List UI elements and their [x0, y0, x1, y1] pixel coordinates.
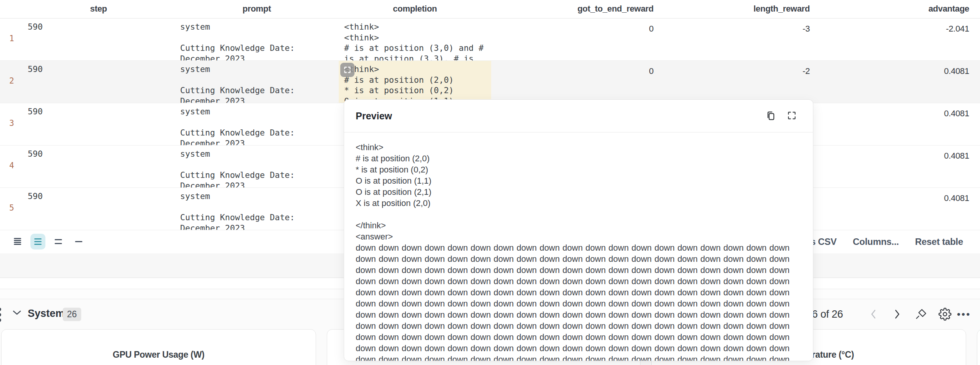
cell-advantage[interactable]: 0.4081 [815, 103, 980, 145]
column-header-advantage[interactable]: advantage [815, 0, 980, 18]
cell-step[interactable]: 590 [22, 146, 175, 188]
one-line-icon [75, 241, 82, 242]
four-lines-icon [14, 238, 21, 245]
reset-table-button[interactable]: Reset table [915, 236, 963, 247]
row-index: 4 [0, 146, 22, 188]
preview-popup-header: Preview [344, 100, 813, 132]
row-index: 3 [0, 103, 22, 145]
column-header-length_reward[interactable]: length_reward [659, 0, 815, 18]
column-header-index [0, 0, 22, 18]
section-title: System [28, 308, 65, 320]
cell-prompt[interactable]: system Cutting Knowledge Date: December … [175, 61, 339, 103]
cell-expand-button[interactable] [340, 63, 355, 77]
pin-icon[interactable] [909, 308, 933, 321]
density-rows-short-button[interactable] [71, 236, 86, 247]
cell-advantage[interactable]: 0.4081 [815, 61, 980, 103]
row-index: 1 [0, 18, 22, 60]
preview-popup: Preview <think> # is at position (2,0) *… [344, 99, 813, 361]
column-header-prompt[interactable]: prompt [175, 0, 339, 18]
cell-step[interactable]: 590 [22, 188, 175, 230]
table-row: 2590system Cutting Knowledge Date: Decem… [0, 61, 980, 103]
fullscreen-icon[interactable] [787, 111, 797, 121]
preview-answer-block: down down down down down down down down … [356, 242, 801, 361]
cell-got_to_end_reward[interactable]: 0 [491, 61, 659, 103]
cell-got_to_end_reward[interactable]: 0 [491, 18, 659, 60]
copy-icon[interactable] [766, 111, 776, 121]
app-window: steppromptcompletiongot_to_end_rewardlen… [0, 0, 980, 365]
cell-prompt[interactable]: system Cutting Knowledge Date: December … [175, 103, 339, 145]
count-badge: 26 [63, 308, 81, 321]
preview-think-block: <think> # is at position (2,0) * is at p… [356, 142, 801, 242]
cell-prompt[interactable]: system Cutting Knowledge Date: December … [175, 18, 339, 60]
cell-completion[interactable]: <think> <think> # is at position (3,0) a… [339, 18, 491, 60]
drag-handle-icon[interactable] [0, 308, 1, 324]
cell-advantage[interactable]: 0.4081 [815, 188, 980, 230]
more-options-icon[interactable]: ••• [957, 308, 980, 320]
column-header-completion[interactable]: completion [339, 0, 491, 18]
column-header-step[interactable]: step [22, 0, 175, 18]
preview-content[interactable]: <think> # is at position (2,0) * is at p… [344, 132, 813, 361]
three-lines-icon [34, 238, 42, 245]
cell-step[interactable]: 590 [22, 103, 175, 145]
two-lines-icon [55, 239, 62, 244]
cell-length_reward[interactable]: -2 [659, 61, 815, 103]
row-index: 5 [0, 188, 22, 230]
settings-gear-icon[interactable] [933, 308, 957, 321]
table-row: 1590system Cutting Knowledge Date: Decem… [0, 18, 980, 61]
cell-step[interactable]: 590 [22, 18, 175, 60]
column-header-got_to_end_reward[interactable]: got_to_end_reward [491, 0, 659, 18]
row-index: 2 [0, 61, 22, 103]
cell-advantage[interactable]: 0.4081 [815, 146, 980, 188]
prev-page-button[interactable] [861, 309, 885, 319]
popup-title: Preview [356, 111, 392, 122]
metric-card: GPU Power Usage (W) [1, 329, 316, 365]
cell-step[interactable]: 590 [22, 61, 175, 103]
density-rows-extra-tall-button[interactable] [10, 233, 25, 249]
cell-length_reward[interactable]: -3 [659, 18, 815, 60]
chevron-down-icon[interactable] [12, 310, 22, 315]
cell-prompt[interactable]: system Cutting Knowledge Date: December … [175, 188, 339, 230]
metric-card [977, 329, 980, 365]
row-density-group [10, 233, 86, 249]
next-page-button[interactable] [885, 309, 909, 319]
cell-advantage[interactable]: -2.041 [815, 18, 980, 60]
density-rows-medium-button[interactable] [51, 234, 66, 249]
pagination: 1-6 of 26 ••• [803, 299, 980, 329]
columns-button[interactable]: Columns... [853, 236, 899, 247]
expand-icon [343, 66, 351, 74]
cell-prompt[interactable]: system Cutting Knowledge Date: December … [175, 146, 339, 188]
cell-completion[interactable]: <think> # is at position (2,0) * is at p… [339, 61, 491, 103]
table-header-row: steppromptcompletiongot_to_end_rewardlen… [0, 0, 980, 18]
card-title: GPU Power Usage (W) [2, 350, 316, 360]
density-rows-tall-button[interactable] [30, 234, 45, 249]
